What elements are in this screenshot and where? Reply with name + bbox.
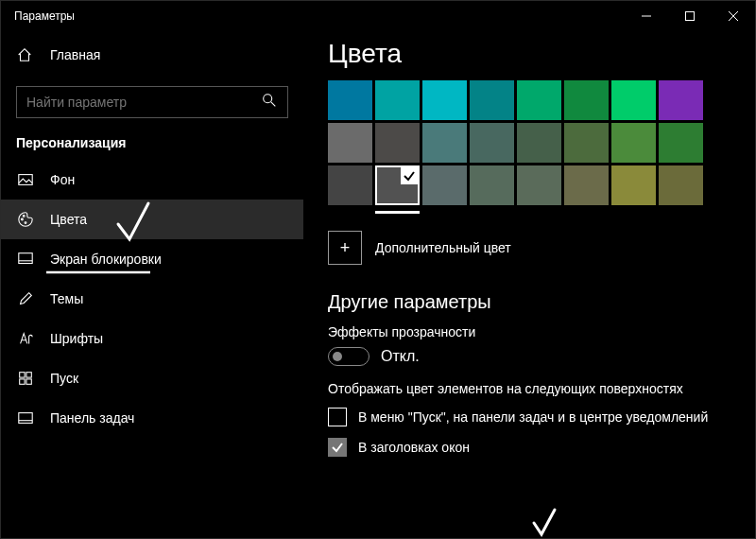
sidebar-item-themes[interactable]: Темы xyxy=(1,279,303,319)
color-swatch[interactable] xyxy=(470,165,514,205)
color-swatch[interactable] xyxy=(328,165,372,205)
color-swatch[interactable] xyxy=(564,123,609,163)
svg-rect-6 xyxy=(19,253,32,264)
color-swatch[interactable] xyxy=(659,80,703,120)
color-swatch[interactable] xyxy=(564,80,609,120)
maximize-button[interactable] xyxy=(668,1,712,31)
brush-icon xyxy=(16,290,35,307)
color-swatch[interactable] xyxy=(517,80,561,120)
svg-point-1 xyxy=(264,95,272,103)
color-swatch[interactable] xyxy=(611,165,656,205)
sidebar-item-label: Фон xyxy=(50,172,75,187)
sidebar-item-taskbar[interactable]: Панель задач xyxy=(1,398,303,438)
color-swatch[interactable] xyxy=(470,123,514,163)
custom-color-button[interactable]: + xyxy=(328,231,362,265)
sidebar: Главная Персонализация Фон Цвета Экран б… xyxy=(1,31,303,538)
search-icon xyxy=(261,92,278,113)
sidebar-item-label: Темы xyxy=(50,291,83,306)
svg-rect-0 xyxy=(686,12,695,21)
sidebar-item-label: Панель задач xyxy=(50,410,134,426)
color-swatch[interactable] xyxy=(564,165,609,205)
toggle-knob xyxy=(333,352,342,361)
content-area: Цвета + Дополнительный цвет Другие парам… xyxy=(303,31,755,538)
checkbox-box-checked xyxy=(328,438,347,457)
color-swatch[interactable] xyxy=(328,123,372,163)
color-swatch[interactable] xyxy=(611,80,656,120)
surfaces-description: Отображать цвет элементов на следующих п… xyxy=(328,381,730,396)
check-icon xyxy=(401,167,418,184)
home-label: Главная xyxy=(50,47,100,62)
svg-point-5 xyxy=(25,222,26,224)
picture-icon xyxy=(16,171,35,188)
font-icon xyxy=(16,330,35,347)
svg-point-3 xyxy=(22,218,24,220)
transparency-toggle[interactable] xyxy=(328,347,369,366)
sidebar-item-label: Цвета xyxy=(50,212,87,227)
minimize-button[interactable] xyxy=(625,1,668,31)
sidebar-item-label: Пуск xyxy=(50,371,78,386)
svg-rect-2 xyxy=(19,175,32,185)
color-swatch[interactable] xyxy=(375,80,420,120)
color-swatch[interactable] xyxy=(328,80,372,120)
color-swatch[interactable] xyxy=(659,165,703,205)
checkbox-label: В заголовках окон xyxy=(358,440,470,455)
svg-rect-7 xyxy=(20,373,25,377)
sidebar-item-label: Экран блокировки xyxy=(50,252,162,267)
svg-rect-8 xyxy=(26,373,31,377)
svg-rect-9 xyxy=(20,379,25,384)
palette-icon xyxy=(16,211,35,228)
svg-point-4 xyxy=(23,216,25,217)
color-swatch[interactable] xyxy=(659,123,703,163)
search-box[interactable] xyxy=(16,86,288,118)
svg-rect-10 xyxy=(26,379,31,384)
svg-rect-11 xyxy=(19,413,32,424)
color-swatch[interactable] xyxy=(422,165,467,205)
custom-color-label: Дополнительный цвет xyxy=(375,240,511,255)
transparency-label: Эффекты прозрачности xyxy=(328,324,730,339)
sidebar-item-background[interactable]: Фон xyxy=(1,160,303,200)
color-swatch[interactable] xyxy=(470,80,514,120)
color-swatch[interactable] xyxy=(517,165,561,205)
color-swatch[interactable] xyxy=(611,123,656,163)
window-title: Параметры xyxy=(1,9,75,23)
sidebar-item-fonts[interactable]: Шрифты xyxy=(1,319,303,358)
sidebar-item-colors[interactable]: Цвета xyxy=(1,200,303,239)
color-swatch[interactable] xyxy=(517,123,561,163)
color-swatch[interactable] xyxy=(375,165,420,205)
home-link[interactable]: Главная xyxy=(1,37,303,73)
taskbar-icon xyxy=(16,409,35,426)
category-heading: Персонализация xyxy=(1,135,303,160)
page-title: Цвета xyxy=(328,39,730,69)
lockscreen-icon xyxy=(16,251,35,268)
checkbox-titlebars[interactable]: В заголовках окон xyxy=(328,438,730,457)
color-swatch[interactable] xyxy=(422,123,467,163)
sidebar-item-start[interactable]: Пуск xyxy=(1,358,303,398)
more-params-heading: Другие параметры xyxy=(328,291,730,313)
sidebar-item-label: Шрифты xyxy=(50,331,103,346)
toggle-state-label: Откл. xyxy=(381,348,420,365)
checkbox-start-menu[interactable]: В меню "Пуск", на панели задач и в центр… xyxy=(328,408,730,426)
color-swatch[interactable] xyxy=(422,80,467,120)
sidebar-item-lockscreen[interactable]: Экран блокировки xyxy=(1,239,303,279)
home-icon xyxy=(16,46,35,63)
color-swatch[interactable] xyxy=(375,123,420,163)
selected-underline xyxy=(375,211,420,214)
close-button[interactable] xyxy=(712,1,755,31)
checkbox-label: В меню "Пуск", на панели задач и в центр… xyxy=(358,409,708,425)
start-icon xyxy=(16,370,35,387)
color-grid xyxy=(328,80,730,205)
checkbox-box xyxy=(328,408,347,426)
search-input[interactable] xyxy=(26,95,261,110)
